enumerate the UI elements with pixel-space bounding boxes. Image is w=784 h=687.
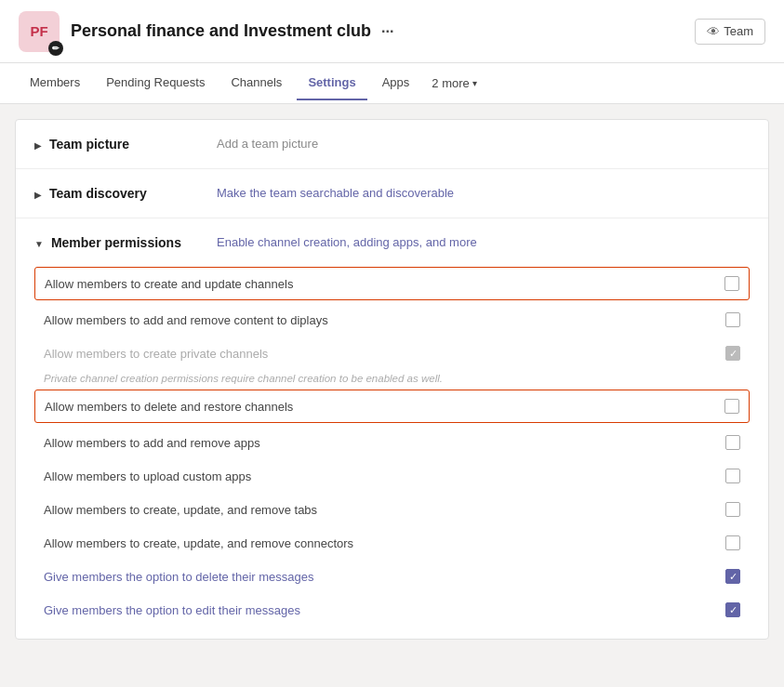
perm-create-update-channels: Allow members to create and update chann… [34, 267, 750, 300]
perm-checkbox-edit-messages[interactable]: ✓ [725, 602, 740, 617]
tab-members[interactable]: Members [19, 66, 91, 100]
section-team-picture: ▶ Team picture Add a team picture [16, 120, 768, 169]
section-team-discovery-title: Team discovery [49, 186, 147, 201]
chevron-down-icon: ▼ [34, 239, 44, 249]
perm-checkbox-delete-restore-channels[interactable] [724, 399, 739, 414]
tab-bar: Members Pending Requests Channels Settin… [0, 63, 784, 104]
perm-checkbox-create-update-channels[interactable] [724, 276, 739, 291]
tab-apps[interactable]: Apps [371, 66, 421, 100]
perm-label: Allow members to create and update chann… [45, 277, 724, 291]
team-button[interactable]: 👁 Team [695, 19, 765, 45]
perm-label: Allow members to upload custom apps [44, 469, 725, 483]
perm-label: Allow members to add and remove content … [44, 313, 725, 327]
perm-delete-messages: Give members the option to delete their … [34, 561, 750, 592]
perm-edit-messages: Give members the option to edit their me… [34, 594, 750, 626]
eye-icon: 👁 [707, 24, 720, 39]
perm-checkbox-create-private-channels[interactable]: ✓ [725, 346, 740, 361]
perm-private-channels-note: Private channel creation permissions req… [34, 371, 750, 390]
perm-checkbox-create-update-remove-tabs[interactable] [725, 502, 740, 517]
perm-add-remove-apps: Allow members to add and remove apps [34, 427, 750, 458]
perm-label: Allow members to create private channels [44, 347, 725, 361]
avatar-edit-icon[interactable]: ✏ [48, 41, 63, 56]
perm-upload-custom-apps: Allow members to upload custom apps [34, 460, 750, 492]
perm-create-private-channels: Allow members to create private channels… [34, 337, 750, 369]
team-title: Personal finance and Investment club ··· [71, 21, 695, 41]
perm-label: Allow members to add and remove apps [44, 436, 725, 450]
perm-checkbox-add-remove-apps[interactable] [725, 435, 740, 450]
section-team-picture-header[interactable]: ▶ Team picture Add a team picture [16, 120, 768, 168]
section-team-picture-desc: Add a team picture [217, 137, 750, 151]
section-team-discovery-desc: Make the team searchable and discoverabl… [217, 186, 750, 200]
perm-label: Allow members to create, update, and rem… [44, 536, 725, 550]
chevron-down-icon: ▾ [472, 78, 477, 88]
perm-add-remove-content: Allow members to add and remove content … [34, 304, 750, 336]
section-member-permissions-header[interactable]: ▼ Member permissions Enable channel crea… [16, 218, 768, 267]
chevron-right-icon: ▶ [34, 140, 42, 151]
chevron-right-icon: ▶ [34, 190, 42, 200]
section-team-discovery: ▶ Team discovery Make the team searchabl… [16, 169, 768, 218]
perm-label: Give members the option to delete their … [44, 570, 725, 584]
section-member-permissions: ▼ Member permissions Enable channel crea… [16, 218, 768, 639]
tab-channels[interactable]: Channels [219, 66, 293, 100]
title-ellipsis[interactable]: ··· [381, 23, 393, 39]
perm-delete-restore-channels: Allow members to delete and restore chan… [34, 390, 750, 423]
perm-create-update-remove-connectors: Allow members to create, update, and rem… [34, 527, 750, 559]
tab-settings[interactable]: Settings [297, 66, 366, 100]
section-team-picture-title: Team picture [49, 137, 129, 152]
perm-checkbox-create-update-remove-connectors[interactable] [725, 535, 740, 550]
perm-label: Give members the option to edit their me… [44, 603, 725, 617]
perm-create-update-remove-tabs: Allow members to create, update, and rem… [34, 494, 750, 525]
tab-more[interactable]: 2 more ▾ [424, 67, 484, 99]
section-member-permissions-title: Member permissions [51, 235, 181, 250]
section-member-permissions-desc: Enable channel creation, adding apps, an… [217, 235, 750, 249]
section-team-discovery-header[interactable]: ▶ Team discovery Make the team searchabl… [16, 169, 768, 218]
settings-content: ▶ Team picture Add a team picture ▶ Team… [15, 119, 769, 640]
perm-label: Allow members to delete and restore chan… [45, 400, 724, 414]
team-avatar: PF ✏ [19, 11, 60, 52]
perm-label: Allow members to create, update, and rem… [44, 503, 725, 517]
perm-checkbox-add-remove-content[interactable] [725, 312, 740, 327]
perm-checkbox-upload-custom-apps[interactable] [725, 469, 740, 483]
app-header: PF ✏ Personal finance and Investment clu… [0, 0, 784, 63]
permissions-list: Allow members to create and update chann… [16, 267, 768, 639]
tab-pending-requests[interactable]: Pending Requests [95, 66, 216, 100]
perm-checkbox-delete-messages[interactable]: ✓ [725, 569, 740, 584]
